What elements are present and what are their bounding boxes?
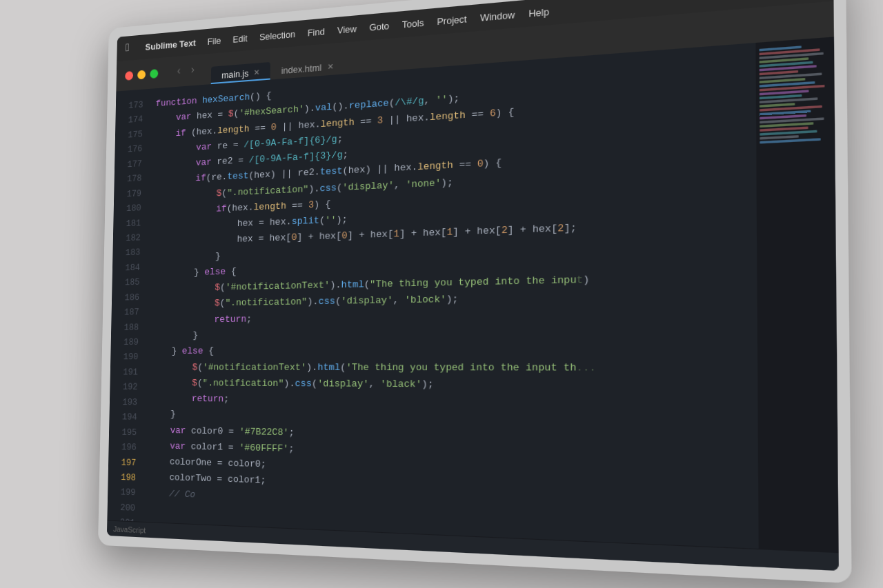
screen-container:  Sublime Text File Edit Selection Find … (98, 0, 852, 583)
minimize-button[interactable] (137, 70, 146, 79)
editor-area: 173 174 175 176 177 178 179 180 181 182 … (107, 37, 838, 552)
apple-icon:  (126, 41, 132, 54)
close-button[interactable] (125, 70, 133, 80)
menu-sublime-text[interactable]: Sublime Text (145, 37, 196, 52)
forward-arrow[interactable]: › (187, 62, 199, 78)
tab-close-main[interactable]: ✕ (254, 68, 260, 77)
menu-window[interactable]: Window (480, 8, 515, 23)
menu-file[interactable]: File (208, 34, 221, 46)
window-controls (125, 68, 158, 80)
back-arrow[interactable]: ‹ (173, 63, 185, 79)
screen-inner:  Sublime Text File Edit Selection Find … (107, 0, 839, 571)
menu-selection[interactable]: Selection (259, 28, 295, 42)
maximize-button[interactable] (150, 68, 158, 78)
tab-label-index: index.html (281, 62, 322, 76)
nav-arrows: ‹ › (173, 62, 199, 79)
menu-view[interactable]: View (337, 23, 357, 35)
status-language: JavaScript (113, 524, 146, 534)
menu-goto[interactable]: Goto (369, 19, 389, 32)
menu-project[interactable]: Project (437, 12, 466, 26)
minimap[interactable] (755, 37, 838, 552)
tab-label-main: main.js (221, 68, 248, 80)
tab-close-index[interactable]: ✕ (327, 62, 333, 70)
menu-tools[interactable]: Tools (402, 17, 424, 30)
menu-help[interactable]: Help (528, 6, 549, 19)
menu-edit[interactable]: Edit (232, 32, 248, 44)
menu-find[interactable]: Find (308, 26, 325, 38)
code-area[interactable]: function hexSearch() { var hex = $('#hex… (140, 42, 759, 548)
laptop-wrapper:  Sublime Text File Edit Selection Find … (62, 26, 821, 563)
